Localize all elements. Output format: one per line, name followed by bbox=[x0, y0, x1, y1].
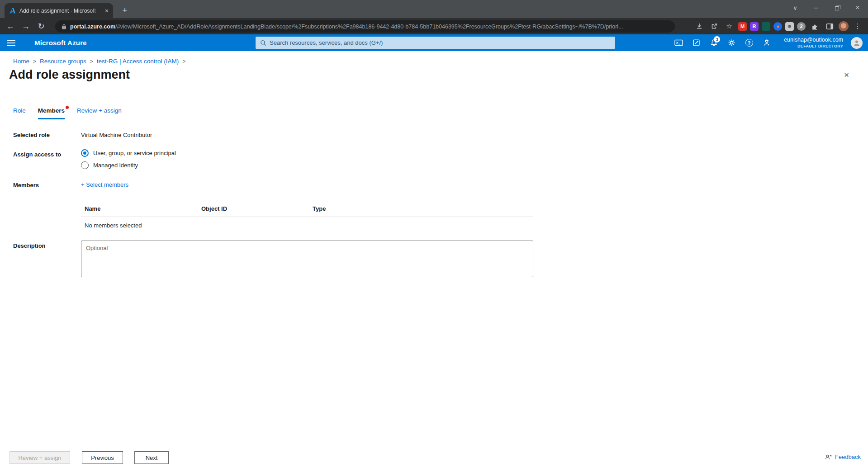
window-controls: ∨ – × bbox=[785, 0, 868, 15]
tab-members-label: Members bbox=[38, 107, 65, 114]
browser-menu-icon[interactable]: ⋮ bbox=[852, 20, 863, 32]
selected-role-label: Selected role bbox=[13, 132, 50, 138]
lock-icon bbox=[62, 24, 66, 30]
assign-access-label: Assign access to bbox=[13, 151, 61, 158]
forward-icon[interactable]: → bbox=[18, 22, 33, 31]
azure-header-actions: 3 ? eunishap@outlook.com DEFAULT DIRECTO… bbox=[672, 34, 864, 51]
tab-role[interactable]: Role bbox=[13, 107, 26, 119]
help-icon[interactable]: ? bbox=[742, 36, 756, 50]
members-label: Members bbox=[13, 182, 39, 189]
global-search[interactable] bbox=[256, 37, 615, 49]
extension-icon-6[interactable]: 2 bbox=[797, 22, 806, 31]
radio-unselected-icon bbox=[81, 161, 89, 169]
overflow-menu-icon[interactable]: ··· bbox=[120, 74, 128, 81]
column-header-type: Type bbox=[313, 205, 530, 212]
azure-brand[interactable]: Microsoft Azure bbox=[34, 39, 87, 47]
chevron-right-icon: > bbox=[33, 58, 36, 65]
copilot-icon[interactable] bbox=[689, 36, 703, 50]
restore-icon[interactable] bbox=[826, 5, 847, 11]
download-icon[interactable] bbox=[693, 20, 705, 32]
radio-option-managed-identity[interactable]: Managed identity bbox=[81, 161, 138, 169]
extension-icon-4[interactable]: ● bbox=[773, 22, 782, 31]
side-panel-icon[interactable] bbox=[824, 20, 835, 32]
feedback-control[interactable]: Feedback bbox=[825, 453, 861, 460]
url-domain: portal.azure.com bbox=[70, 24, 115, 30]
radio-option-user-group[interactable]: User, group, or service principal bbox=[81, 149, 176, 157]
notification-badge: 3 bbox=[714, 36, 720, 43]
members-table: Name Object ID Type No members selected bbox=[81, 202, 533, 234]
radio-option-user-group-label: User, group, or service principal bbox=[93, 150, 176, 156]
share-icon[interactable] bbox=[708, 20, 720, 32]
reload-icon[interactable]: ↻ bbox=[33, 21, 49, 31]
notifications-bell-icon[interactable]: 3 bbox=[707, 36, 721, 50]
account-avatar[interactable] bbox=[851, 37, 863, 49]
previous-button[interactable]: Previous bbox=[82, 451, 123, 464]
breadcrumb-home[interactable]: Home bbox=[13, 58, 29, 65]
minimize-icon[interactable]: – bbox=[806, 4, 826, 12]
account-info[interactable]: eunishap@outlook.com DEFAULT DIRECTORY bbox=[784, 37, 843, 49]
column-header-name: Name bbox=[85, 205, 201, 212]
wizard-tabs: Role Members Review + assign bbox=[13, 107, 122, 119]
toolbar-icons: ☆ M R ● ≡ 2 ⋮ bbox=[693, 18, 868, 34]
next-button[interactable]: Next bbox=[134, 451, 169, 464]
breadcrumb-resource-groups[interactable]: Resource groups bbox=[40, 58, 86, 65]
breadcrumb-test-rg-iam[interactable]: test-RG | Access control (IAM) bbox=[97, 58, 179, 65]
search-icon bbox=[260, 40, 266, 46]
tab-close-icon[interactable]: × bbox=[105, 7, 109, 14]
members-table-empty-row: No members selected bbox=[81, 217, 533, 234]
hamburger-menu-icon[interactable] bbox=[7, 38, 24, 48]
azure-header: Microsoft Azure 3 ? eunishap@outlook.com… bbox=[0, 34, 868, 51]
browser-toolbar: ← → ↻ portal.azure.com/#view/Microsoft_A… bbox=[0, 18, 868, 34]
unsaved-indicator-dot bbox=[66, 106, 69, 109]
extension-icon-3[interactable] bbox=[762, 22, 770, 31]
window-close-icon[interactable]: × bbox=[847, 4, 868, 12]
breadcrumb: Home > Resource groups > test-RG | Acces… bbox=[13, 58, 185, 65]
review-assign-button[interactable]: Review + assign bbox=[9, 451, 70, 464]
page-title: Add role assignment bbox=[9, 68, 130, 82]
feedback-link: Feedback bbox=[835, 454, 861, 460]
azure-favicon-icon bbox=[9, 7, 16, 14]
account-email: eunishap@outlook.com bbox=[784, 37, 843, 44]
search-input[interactable] bbox=[270, 39, 611, 46]
account-directory: DEFAULT DIRECTORY bbox=[784, 44, 843, 49]
selected-role-value: Virtual Machine Contributor bbox=[81, 132, 152, 138]
wizard-footer: Review + assign Previous Next Feedback bbox=[0, 447, 868, 468]
chevron-right-icon: > bbox=[182, 58, 185, 65]
address-bar[interactable]: portal.azure.com/#view/Microsoft_Azure_A… bbox=[55, 20, 675, 33]
tab-members[interactable]: Members bbox=[38, 107, 65, 119]
support-headset-icon[interactable] bbox=[760, 36, 773, 50]
select-members-link[interactable]: + Select members bbox=[81, 181, 128, 188]
column-header-object-id: Object ID bbox=[201, 205, 313, 212]
back-icon[interactable]: ← bbox=[3, 22, 18, 31]
radio-option-managed-identity-label: Managed identity bbox=[93, 162, 138, 169]
extension-icon-2[interactable]: R bbox=[750, 22, 759, 31]
members-table-header: Name Object ID Type bbox=[81, 202, 533, 217]
cloud-shell-icon[interactable] bbox=[672, 36, 685, 50]
tab-review-assign[interactable]: Review + assign bbox=[77, 107, 122, 119]
tab-search-icon[interactable]: ∨ bbox=[785, 5, 806, 11]
bookmark-star-icon[interactable]: ☆ bbox=[723, 20, 735, 32]
extension-icon-5[interactable]: ≡ bbox=[785, 22, 794, 31]
feedback-icon bbox=[825, 453, 832, 460]
chevron-right-icon: > bbox=[90, 58, 93, 65]
url-text: portal.azure.com/#view/Microsoft_Azure_A… bbox=[70, 24, 623, 30]
extensions-puzzle-icon[interactable] bbox=[809, 20, 821, 32]
description-textarea[interactable] bbox=[81, 241, 533, 277]
browser-tab-strip: Add role assignment - Microsoft × + ∨ – … bbox=[0, 0, 868, 18]
browser-profile-avatar[interactable] bbox=[839, 21, 849, 31]
settings-gear-icon[interactable] bbox=[725, 36, 738, 50]
blade-close-icon[interactable]: × bbox=[844, 70, 849, 80]
extension-icon-1[interactable]: M bbox=[738, 22, 747, 31]
help-glyph: ? bbox=[745, 39, 753, 47]
blade-content: Home > Resource groups > test-RG | Acces… bbox=[0, 51, 868, 468]
url-path: /#view/Microsoft_Azure_AD/AddRoleAssignm… bbox=[115, 24, 623, 30]
browser-tab[interactable]: Add role assignment - Microsoft × bbox=[5, 3, 113, 18]
description-label: Description bbox=[13, 242, 46, 249]
restore-glyph bbox=[835, 6, 839, 10]
radio-selected-icon bbox=[81, 149, 89, 157]
tab-title: Add role assignment - Microsoft bbox=[19, 8, 101, 14]
new-tab-button[interactable]: + bbox=[119, 5, 131, 17]
